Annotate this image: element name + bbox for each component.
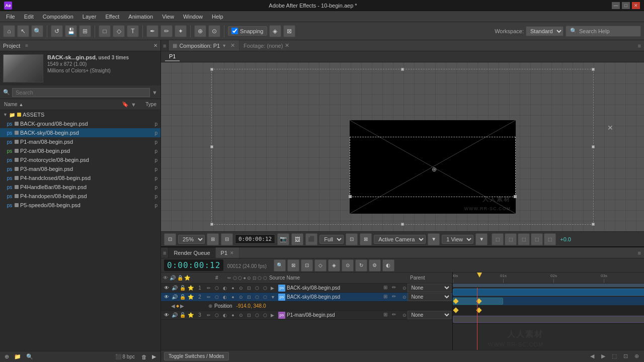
chart-button[interactable]: ⚙ (369, 259, 381, 272)
layer-motion-btn[interactable]: ✏ (392, 294, 399, 301)
menu-layer[interactable]: Layer (78, 13, 101, 21)
anchor-tool-button[interactable]: ⊕ (194, 25, 206, 37)
project-panel-close[interactable]: ✕ (153, 43, 157, 48)
track-bar-3[interactable] (453, 316, 644, 323)
solo-button[interactable]: ⊙ (342, 259, 354, 272)
camera-select[interactable]: Active Camera (374, 235, 426, 244)
layer-ctrl3[interactable]: ◐ (221, 294, 228, 301)
timeline-icon1[interactable]: ◀ (588, 352, 597, 361)
layer-ctrl6[interactable]: ⊡ (246, 294, 253, 301)
layer-ctrl7[interactable]: ⬡ (254, 294, 261, 301)
lock-button[interactable]: 🔓 (179, 285, 186, 292)
comp-tab-close[interactable]: ✕ (230, 42, 235, 49)
shy-button[interactable]: ⭐ (187, 312, 194, 319)
layer-ctrl3[interactable]: ◐ (221, 285, 228, 292)
layer-motion-btn[interactable]: ✏ (392, 285, 399, 292)
layer-ctrl1[interactable]: ✏ (205, 285, 212, 292)
menu-help[interactable]: Help (208, 13, 227, 21)
text-tool-button[interactable]: T (127, 25, 139, 37)
sublayer-row[interactable]: ◀ ◆ ▶ ⊕ Position -914.0, 348.0 (161, 302, 452, 311)
draft-button[interactable]: ◇ (314, 259, 327, 272)
loop-button[interactable]: ↻ (355, 259, 367, 272)
brush-tool-button[interactable]: ✏ (160, 25, 173, 37)
menu-file[interactable]: File (2, 13, 19, 21)
save-button[interactable]: 💾 (65, 25, 77, 37)
comp-tab-menu[interactable]: ▼ (222, 43, 226, 48)
3d-btn3[interactable]: ⬚ (518, 233, 530, 245)
new-item-button[interactable]: ⊕ (3, 353, 11, 360)
menu-view[interactable]: View (158, 13, 178, 21)
col-name-header[interactable]: Name ▲ (2, 102, 122, 107)
list-item[interactable]: ps BACK-sky/08-begin.psd p (0, 128, 160, 137)
workspace-select[interactable]: Standard (526, 26, 564, 36)
layer-ctrl4[interactable]: ● (229, 285, 236, 292)
forward-button[interactable]: ▶ (150, 353, 157, 360)
project-panel-menu-icon[interactable]: ≡ (25, 43, 28, 48)
find-button[interactable]: 🔍 (25, 353, 35, 360)
layer-ctrl2[interactable]: ⬡ (213, 294, 220, 301)
layer-extra-btn[interactable]: ⊞ (383, 312, 390, 319)
layer-ctrl8[interactable]: ⬡ (262, 312, 269, 319)
snapshot-button[interactable]: 📷 (277, 233, 289, 245)
tab-render-queue[interactable]: Render Queue (169, 247, 215, 258)
minimize-button[interactable]: — (612, 2, 620, 9)
menu-composition[interactable]: Composition (39, 13, 77, 21)
track-row-1[interactable] (453, 288, 644, 297)
undo-button[interactable]: ↺ (51, 25, 63, 37)
tab-footage[interactable]: Footage: (none) ✕ (239, 40, 293, 51)
3d-btn1[interactable]: ⬚ (492, 233, 504, 245)
view-options-button[interactable]: ⊠ (283, 25, 295, 37)
search-timeline-button[interactable]: 🔍 (274, 259, 286, 272)
shy-button[interactable]: ⭐ (187, 285, 194, 292)
audio-button[interactable]: 🔊 (171, 294, 178, 301)
col-filter-icon[interactable]: ▼ (131, 102, 136, 108)
layer-ctrl8[interactable]: ⬡ (262, 285, 269, 292)
search-tool-button[interactable]: 🔍 (31, 25, 43, 37)
layer-ctrl7[interactable]: ⬡ (254, 285, 261, 292)
tab-composition-p1[interactable]: ▦ Composition: P1 ▼ ✕ (169, 40, 239, 51)
layer-ctrl8[interactable]: ⬡ (262, 294, 269, 301)
rect-tool-button[interactable]: □ (99, 25, 111, 37)
parent-select[interactable]: None (408, 293, 451, 301)
list-item[interactable]: ps P1-man/08-begin.psd p (0, 137, 160, 146)
fit2-button[interactable]: ⊟ (221, 233, 233, 245)
delete-button[interactable]: 🗑 (140, 354, 148, 360)
view-options-button2[interactable]: ▼ (475, 233, 488, 245)
layer-ctrl7[interactable]: ⬡ (254, 312, 261, 319)
timeline-panel-options[interactable]: ≡ (638, 250, 641, 256)
snapping-checkbox[interactable] (231, 28, 238, 34)
lift-button[interactable]: ⊠ (287, 259, 299, 272)
motion-blur-button[interactable]: ◐ (382, 259, 394, 272)
parent-select[interactable]: None (408, 284, 451, 292)
quality-detail-button[interactable]: ⊡ (346, 233, 358, 245)
list-item[interactable]: ▼ 📁 ASSETS (0, 110, 160, 119)
zoom-select[interactable]: 25% (178, 235, 205, 244)
marker-button[interactable]: ◈ (328, 259, 340, 272)
menu-animation[interactable]: Animation (124, 13, 157, 21)
menu-effect[interactable]: Effect (101, 13, 123, 21)
layer-expand-button[interactable]: ▶ (271, 313, 277, 318)
list-item[interactable]: ps P3-man/08-begin.psd p (0, 164, 160, 173)
eye-button[interactable]: 👁 (163, 294, 170, 301)
canvas-area[interactable]: ✕ 人人素材 WWW.RR-SC.COM (161, 62, 644, 231)
viewer-tab-p1[interactable]: P1 (165, 52, 180, 61)
timeline-ruler[interactable]: 0:00s 01s 02s (453, 273, 644, 284)
layer-ctrl6[interactable]: ⊡ (246, 312, 253, 319)
layer-ctrl4[interactable]: ● (229, 312, 236, 319)
audio-button[interactable]: 🔊 (171, 285, 178, 292)
track-row-sublayer[interactable] (453, 306, 644, 315)
layer-ctrl2[interactable]: ⬡ (213, 285, 220, 292)
shy-button[interactable]: ⭐ (187, 294, 194, 301)
layer-motion-btn[interactable]: ✏ (392, 312, 399, 319)
timeline-timecode[interactable]: 0:00:00:12 (164, 259, 223, 271)
close-button[interactable]: ✕ (632, 2, 640, 9)
project-search-input[interactable] (12, 88, 150, 97)
maximize-button[interactable]: □ (622, 2, 630, 9)
show-snapshot-button[interactable]: 🖼 (291, 233, 303, 245)
quality-select[interactable]: Full (319, 235, 344, 244)
home-tool-button[interactable]: ⌂ (3, 25, 15, 37)
list-item[interactable]: ps BACK-ground/08-begin.psd p (0, 119, 160, 128)
layer-expand-button[interactable]: ▼ (271, 295, 277, 300)
timeline-icon3[interactable]: ⬚ (610, 352, 619, 361)
playhead-marker[interactable] (477, 273, 482, 278)
